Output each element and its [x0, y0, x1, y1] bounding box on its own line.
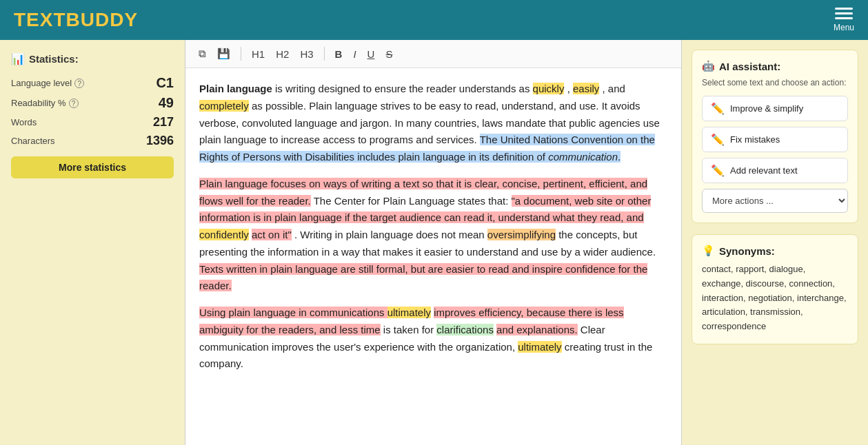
- readability-row: Readability % ? 49: [11, 95, 174, 111]
- main-layout: Statistics: Language level ? C1 Readabil…: [0, 40, 868, 445]
- improve-simplify-button[interactable]: ✏️ Improve & simplify: [702, 96, 848, 121]
- fix-mistakes-button[interactable]: ✏️ Fix mistakes: [702, 127, 848, 152]
- improve-icon: ✏️: [711, 102, 725, 115]
- copy-button[interactable]: ⧉: [195, 45, 210, 62]
- robot-icon: [702, 60, 715, 72]
- synonyms-title: Synonyms:: [702, 245, 848, 257]
- words-value: 217: [153, 115, 174, 130]
- highlight-texts-written: Texts written in plain language are stil…: [199, 263, 647, 292]
- highlight-p3-1: Using plain language in communications: [199, 307, 387, 318]
- characters-value: 1396: [146, 134, 174, 148]
- more-actions-dropdown[interactable]: More actions ... Summarize Expand Rewrit…: [702, 189, 848, 213]
- underline-button[interactable]: U: [364, 46, 379, 62]
- fix-icon: ✏️: [711, 133, 725, 146]
- toolbar: ⧉ 💾 H1 H2 H3 B I U S: [185, 40, 681, 68]
- left-sidebar: Statistics: Language level ? C1 Readabil…: [0, 40, 185, 445]
- paragraph-3: Using plain language in communications u…: [199, 304, 667, 373]
- toolbar-separator-1: [241, 47, 241, 61]
- language-level-value: C1: [156, 75, 174, 91]
- toolbar-separator-2: [324, 47, 325, 61]
- hamburger-icon: [835, 8, 853, 19]
- h2-button[interactable]: H2: [272, 46, 292, 62]
- readability-value: 49: [159, 95, 174, 111]
- h3-button[interactable]: H3: [296, 46, 316, 62]
- highlight-ultimately-1: ultimately: [387, 307, 431, 318]
- menu-label: Menu: [834, 23, 854, 32]
- highlight-completely: completely: [199, 100, 249, 112]
- more-stats-button[interactable]: More statistics: [11, 156, 174, 178]
- highlight-ultimately-2: ultimately: [518, 341, 561, 353]
- readability-label: Readability % ?: [11, 98, 79, 108]
- plain-language-bold: Plain language: [199, 83, 272, 94]
- highlight-p2-quote-end: act on it": [252, 229, 292, 240]
- highlight-clarifications: clarifications: [436, 324, 494, 335]
- readability-help-icon[interactable]: ?: [69, 99, 79, 108]
- editor-content[interactable]: Plain language is writing designed to en…: [185, 68, 681, 445]
- characters-label: Characters: [11, 136, 55, 146]
- ai-assistant-card: AI assistant: Select some text and choos…: [692, 50, 858, 223]
- editor-area: ⧉ 💾 H1 H2 H3 B I U S Plain language is w…: [185, 40, 682, 445]
- highlight-p3-3: and explanations.: [496, 324, 578, 335]
- h1-button[interactable]: H1: [248, 46, 268, 62]
- stats-title: Statistics:: [11, 52, 174, 65]
- italic-button[interactable]: I: [350, 46, 359, 62]
- logo-accent: BUDDY: [66, 9, 139, 30]
- add-relevant-text-button[interactable]: ✏️ Add relevant text: [702, 158, 848, 183]
- save-button[interactable]: 💾: [214, 45, 234, 62]
- highlight-less-time: less time: [339, 324, 380, 335]
- synonyms-card: Synonyms: contact, rapport, dialogue, ex…: [692, 234, 858, 344]
- words-label: Words: [11, 117, 37, 127]
- strikethrough-button[interactable]: S: [382, 46, 396, 62]
- highlight-easily: easily: [573, 83, 599, 94]
- add-icon: ✏️: [711, 164, 725, 177]
- bar-chart-icon: [11, 52, 25, 65]
- highlight-oversimplifying: oversimplifying: [487, 229, 556, 240]
- ai-assistant-subtitle: Select some text and choose an action:: [702, 78, 848, 87]
- header: TEXTBUDDY Menu: [0, 0, 868, 40]
- menu-button[interactable]: Menu: [834, 8, 854, 32]
- logo: TEXTBUDDY: [14, 9, 138, 31]
- synonyms-text: contact, rapport, dialogue, exchange, di…: [702, 262, 848, 334]
- words-row: Words 217: [11, 115, 174, 130]
- right-sidebar: AI assistant: Select some text and choos…: [682, 40, 868, 445]
- highlight-confidently: confidently: [199, 229, 249, 240]
- bulb-icon: [702, 245, 715, 257]
- paragraph-2: Plain language focuses on ways of writin…: [199, 176, 667, 295]
- language-level-help-icon[interactable]: ?: [74, 79, 84, 88]
- language-level-row: Language level ? C1: [11, 75, 174, 91]
- language-level-label: Language level ?: [11, 78, 84, 88]
- characters-row: Characters 1396: [11, 134, 174, 148]
- ai-assistant-title: AI assistant:: [702, 60, 848, 72]
- paragraph-1: Plain language is writing designed to en…: [199, 81, 667, 166]
- bold-button[interactable]: B: [332, 46, 346, 62]
- logo-text: TEXT: [14, 9, 66, 30]
- highlight-quickly: quickly: [533, 83, 565, 94]
